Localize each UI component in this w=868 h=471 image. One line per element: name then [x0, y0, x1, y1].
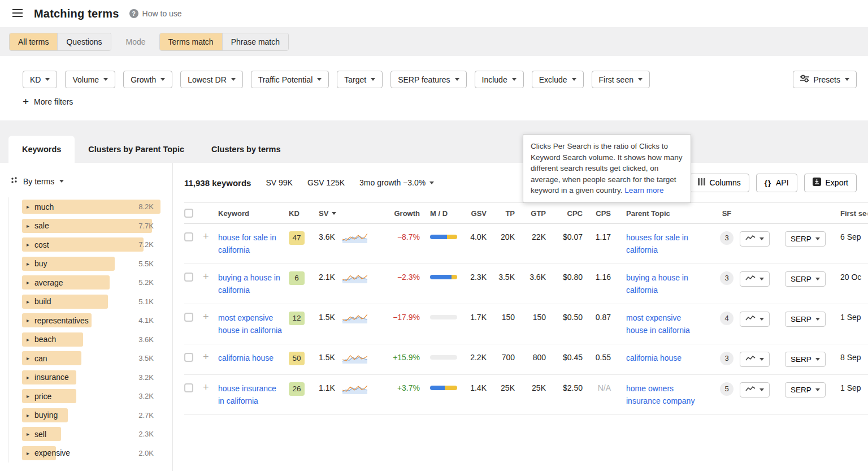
col-header-first-seen[interactable]: First seen [828, 209, 867, 218]
parent-topic-link[interactable]: buying a house in california [626, 271, 704, 296]
term-row-much[interactable]: ▸much8.2K [9, 197, 172, 217]
toggle-all-terms[interactable]: All terms [10, 33, 57, 50]
term-row-sale[interactable]: ▸sale7.7K [9, 217, 172, 236]
gsv-value: 2.3K [467, 271, 492, 283]
keyword-link[interactable]: house insurance in california [218, 382, 283, 407]
serp-dropdown-button[interactable]: SERP [785, 231, 826, 247]
keyword-link[interactable]: house for sale in california [218, 231, 283, 256]
add-to-list-button[interactable]: + [203, 351, 209, 362]
term-row-cost[interactable]: ▸cost7.2K [9, 235, 172, 254]
term-row-buying[interactable]: ▸buying2.7K [9, 406, 172, 425]
md-desktop-segment [447, 235, 457, 239]
col-header-keyword[interactable]: Keyword [218, 209, 289, 218]
col-header-sf[interactable]: SF [714, 209, 740, 218]
filter-lowest-dr[interactable]: Lowest DR [180, 71, 242, 88]
filter-traffic-potential[interactable]: Traffic Potential [251, 71, 329, 88]
growth-value: −2.3% [386, 271, 426, 283]
learn-more-link[interactable]: Learn more [624, 186, 663, 195]
cps-tooltip: Clicks Per Search is the ratio of Clicks… [523, 134, 691, 203]
col-header-growth[interactable]: Growth [386, 209, 426, 218]
col-header-gsv[interactable]: GSV [467, 209, 492, 218]
col-header-cps[interactable]: CPS [588, 209, 617, 218]
add-to-list-button[interactable]: + [203, 231, 209, 242]
term-row-sell[interactable]: ▸sell2.3K [9, 425, 172, 444]
col-header-sv[interactable]: SV [319, 209, 336, 218]
term-frequency-bar [22, 351, 81, 365]
term-row-average[interactable]: ▸average5.2K [9, 273, 172, 292]
parent-topic-link[interactable]: california house [626, 352, 682, 364]
filter-target[interactable]: Target [337, 71, 383, 88]
row-checkbox[interactable] [184, 383, 193, 392]
tab-clusters-by-parent-topic[interactable]: Clusters by Parent Topic [75, 136, 198, 163]
gtp-value: 22K [520, 231, 552, 243]
position-history-button[interactable] [740, 352, 770, 367]
keyword-link[interactable]: most expensive house in california [218, 312, 283, 336]
term-row-build[interactable]: ▸build5.1K [9, 292, 172, 312]
filter-exclude[interactable]: Exclude [532, 71, 584, 88]
toggle-phrase-match[interactable]: Phrase match [222, 33, 288, 50]
add-to-list-button[interactable]: + [203, 311, 209, 322]
gsv-value: 4.0K [467, 231, 492, 243]
position-history-button[interactable] [740, 271, 770, 287]
toggle-terms-match[interactable]: Terms match [160, 33, 222, 50]
term-row-can[interactable]: ▸can3.5K [9, 349, 172, 368]
col-header-md[interactable]: M / D [426, 209, 467, 218]
more-filters-button[interactable]: + More filters [23, 97, 73, 106]
term-row-price[interactable]: ▸price3.2K [9, 387, 172, 406]
filter-include[interactable]: Include [475, 71, 524, 88]
term-row-representatives[interactable]: ▸representatives4.1K [9, 311, 172, 330]
how-to-use-link[interactable]: ? How to use [129, 9, 182, 18]
columns-button[interactable]: Columns [689, 174, 749, 192]
col-header-gtp[interactable]: GTP [520, 209, 552, 218]
tab-keywords[interactable]: Keywords [8, 136, 75, 163]
trend-chart-icon [745, 235, 756, 243]
row-checkbox[interactable] [184, 353, 193, 362]
filter-growth[interactable]: Growth [123, 71, 172, 88]
serp-dropdown-button[interactable]: SERP [785, 382, 826, 397]
gsv-value: 2.2K [467, 352, 492, 363]
add-to-list-button[interactable]: + [203, 382, 209, 393]
position-history-button[interactable] [740, 312, 770, 327]
term-row-buy[interactable]: ▸buy5.5K [9, 254, 172, 274]
parent-topic-link[interactable]: houses for sale in california [626, 231, 704, 256]
term-label: buying [34, 410, 58, 420]
row-checkbox[interactable] [184, 313, 193, 322]
serp-dropdown-button[interactable]: SERP [785, 312, 826, 327]
hamburger-menu-button[interactable] [10, 7, 25, 21]
row-checkbox[interactable] [184, 273, 193, 282]
add-to-list-button[interactable]: + [203, 271, 209, 282]
trend-chart-icon [745, 386, 756, 394]
sv-value: 1.5K [319, 352, 342, 363]
growth-dropdown[interactable]: 3mo growth −3.0% [359, 178, 434, 187]
col-header-tp[interactable]: TP [492, 209, 520, 218]
row-checkbox[interactable] [184, 232, 193, 241]
term-row-insurance[interactable]: ▸insurance3.2K [9, 368, 172, 387]
select-all-checkbox[interactable] [184, 209, 193, 218]
filter-first-seen[interactable]: First seen [592, 71, 650, 88]
by-terms-dropdown[interactable]: By terms [0, 163, 172, 186]
filter-volume[interactable]: Volume [65, 71, 115, 88]
term-row-beach[interactable]: ▸beach3.6K [9, 330, 172, 349]
export-button[interactable]: Export [804, 174, 857, 192]
position-history-button[interactable] [740, 382, 770, 397]
content-area: By terms ▸much8.2K▸sale7.7K▸cost7.2K▸buy… [0, 163, 868, 471]
parent-topic-link[interactable]: most expensive house in california [626, 312, 704, 336]
by-terms-icon [10, 176, 18, 186]
toggle-questions[interactable]: Questions [57, 33, 110, 50]
parent-topic-link[interactable]: home owners insurance company [626, 382, 704, 407]
serp-dropdown-button[interactable]: SERP [785, 352, 826, 367]
keyword-link[interactable]: california house [218, 352, 274, 364]
filter-kd[interactable]: KD [23, 71, 57, 88]
gtp-value: 150 [520, 312, 552, 323]
keyword-link[interactable]: buying a house in california [218, 271, 283, 296]
api-button[interactable]: {} API [756, 174, 797, 192]
col-header-cpc[interactable]: CPC [552, 209, 588, 218]
tab-clusters-by-terms[interactable]: Clusters by terms [198, 136, 294, 163]
presets-button[interactable]: Presets [793, 71, 857, 88]
filter-serp-features[interactable]: SERP features [390, 71, 466, 88]
term-row-expensive[interactable]: ▸expensive2.0K [9, 444, 172, 463]
position-history-button[interactable] [740, 231, 770, 247]
serp-dropdown-button[interactable]: SERP [785, 271, 826, 287]
col-header-kd[interactable]: KD [289, 209, 319, 218]
col-header-parent-topic[interactable]: Parent Topic [617, 209, 714, 218]
